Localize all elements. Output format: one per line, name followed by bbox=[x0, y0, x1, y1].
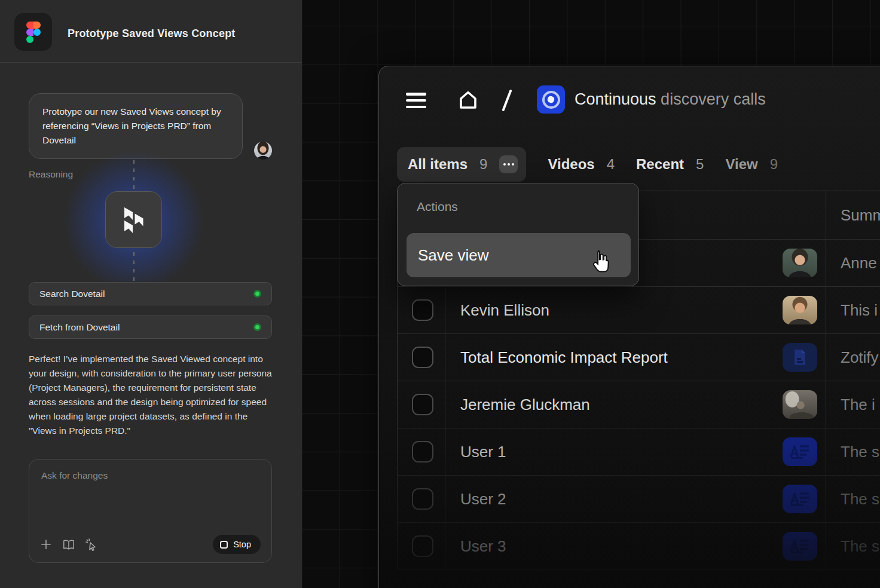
tab-count: 4 bbox=[607, 156, 615, 173]
summary-cell: The s bbox=[826, 476, 880, 522]
name-cell: Jeremie Gluckman bbox=[445, 381, 826, 428]
row-name: Kevin Ellison bbox=[460, 301, 549, 320]
view-tabs: All items 9 Videos 4 Recent 5 View 9 bbox=[397, 147, 778, 182]
tool-step-label: Search Dovetail bbox=[39, 289, 105, 299]
row-summary: The s bbox=[841, 490, 879, 509]
menu-item-label: Save view bbox=[418, 246, 489, 265]
view-tab[interactable]: Recent 5 bbox=[636, 156, 704, 173]
summary-cell: Anne bbox=[826, 240, 880, 286]
name-cell: Kevin Ellison bbox=[445, 287, 826, 333]
stop-square-icon bbox=[220, 541, 228, 549]
name-cell: User 2 bbox=[445, 476, 826, 522]
tab-label: Recent bbox=[636, 156, 684, 173]
actions-dropdown: Actions Save view bbox=[397, 183, 639, 286]
summary-cell: The s bbox=[826, 428, 880, 475]
tab-count: 9 bbox=[479, 156, 487, 173]
table-row[interactable]: Jeremie Gluckman The i bbox=[398, 381, 880, 428]
page-title-typed: Continuous bbox=[575, 90, 656, 108]
page-title-rest: discovery calls bbox=[656, 90, 766, 108]
row-summary: Anne bbox=[841, 254, 877, 272]
table-row[interactable]: User 1 The s bbox=[398, 428, 880, 476]
row-name: Total Economic Impact Report bbox=[460, 348, 668, 367]
user-avatar bbox=[254, 142, 272, 160]
summary-cell: This i bbox=[826, 287, 880, 333]
row-checkbox[interactable] bbox=[412, 347, 433, 368]
tool-step[interactable]: Fetch from Dovetail bbox=[29, 316, 272, 339]
ask-for-changes-input[interactable] bbox=[41, 470, 256, 530]
tab-label: View bbox=[725, 156, 757, 173]
status-dot-icon bbox=[253, 323, 261, 331]
table-row[interactable]: Kevin Ellison This i bbox=[398, 287, 880, 334]
select-pointer-icon[interactable] bbox=[84, 537, 99, 552]
row-thumbnail-person-room bbox=[783, 390, 817, 419]
row-checkbox[interactable] bbox=[412, 394, 433, 415]
menu-item-save-view[interactable]: Save view bbox=[407, 233, 631, 277]
chat-composer: Stop bbox=[29, 459, 272, 563]
row-summary: Zotify bbox=[841, 348, 879, 367]
tab-label: Videos bbox=[548, 156, 594, 173]
checkbox-cell bbox=[398, 334, 445, 381]
summary-cell: The i bbox=[826, 381, 880, 428]
dovetail-agent-icon bbox=[105, 191, 162, 248]
summary-column-header: Summary bbox=[841, 206, 880, 225]
tool-step-label: Fetch from Dovetail bbox=[39, 322, 120, 333]
figma-logo-glyph bbox=[26, 22, 41, 43]
chat-sidebar: Prototype Saved Views Concept Prototype … bbox=[0, 0, 302, 588]
row-name: User 2 bbox=[460, 490, 506, 509]
window-title: Prototype Saved Views Concept bbox=[68, 27, 236, 40]
dropdown-section-label: Actions bbox=[417, 200, 458, 214]
tab-count: 9 bbox=[770, 156, 778, 173]
row-thumbnail-doc-lines bbox=[783, 485, 817, 513]
row-thumbnail-person-warm bbox=[783, 296, 817, 324]
view-tab[interactable]: All items 9 bbox=[397, 147, 526, 182]
home-icon[interactable] bbox=[457, 89, 479, 112]
name-cell: User 3 bbox=[445, 523, 826, 569]
tab-count: 5 bbox=[696, 156, 704, 173]
page-title: Continuous discovery calls bbox=[575, 90, 766, 109]
row-summary: The s bbox=[841, 443, 879, 461]
table-row[interactable]: Total Economic Impact Report Zotify bbox=[398, 334, 880, 381]
summary-cell: The s bbox=[826, 523, 880, 569]
summary-cell: Zotify bbox=[826, 334, 880, 381]
row-thumbnail-doc-lines bbox=[783, 437, 817, 466]
checkbox-cell bbox=[398, 381, 445, 428]
stop-button[interactable]: Stop bbox=[213, 535, 261, 554]
sidebar-topbar: Prototype Saved Views Concept bbox=[0, 0, 302, 63]
checkbox-cell bbox=[398, 523, 445, 569]
row-checkbox[interactable] bbox=[412, 535, 433, 557]
view-tab[interactable]: Videos 4 bbox=[548, 156, 615, 173]
row-name: User 3 bbox=[460, 537, 506, 556]
user-prompt-bubble: Prototype our new Saved Views concept by… bbox=[29, 93, 243, 159]
view-tab[interactable]: View 9 bbox=[725, 156, 778, 173]
table-row[interactable]: User 3 The s bbox=[398, 523, 880, 570]
attach-plus-icon[interactable] bbox=[39, 537, 53, 552]
table-row[interactable]: User 2 The s bbox=[398, 476, 880, 523]
prototype-frame: Continuous discovery calls All items 9 V… bbox=[378, 66, 880, 588]
status-dot-icon bbox=[253, 290, 261, 298]
dovetail-app-icon[interactable] bbox=[537, 85, 565, 114]
hand-cursor-icon bbox=[591, 249, 610, 274]
assistant-response: Perfect! I’ve implemented the Saved View… bbox=[29, 352, 275, 438]
dovetail-ring-glyph bbox=[542, 91, 560, 109]
row-checkbox[interactable] bbox=[412, 441, 433, 463]
tool-step[interactable]: Search Dovetail bbox=[29, 282, 272, 305]
menu-icon[interactable] bbox=[406, 93, 426, 108]
row-summary: The s bbox=[841, 537, 879, 556]
row-checkbox[interactable] bbox=[412, 299, 433, 321]
row-name: User 1 bbox=[460, 443, 506, 461]
row-summary: The i bbox=[841, 396, 875, 414]
name-cell: User 1 bbox=[445, 428, 826, 475]
tab-more-icon[interactable] bbox=[499, 155, 518, 173]
dovetail-glyph bbox=[120, 206, 148, 234]
library-book-icon[interactable] bbox=[62, 537, 76, 552]
row-thumbnail-doc-lines bbox=[783, 532, 817, 561]
breadcrumb-slash bbox=[502, 90, 512, 112]
row-checkbox[interactable] bbox=[412, 488, 433, 510]
checkbox-cell bbox=[398, 476, 445, 522]
row-name: Jeremie Gluckman bbox=[460, 396, 590, 414]
row-thumbnail-person-glasses bbox=[783, 249, 817, 277]
figma-logo bbox=[14, 13, 52, 51]
checkbox-cell bbox=[398, 428, 445, 475]
header-summary-cell: Summary bbox=[826, 191, 880, 239]
tab-label: All items bbox=[408, 156, 468, 173]
